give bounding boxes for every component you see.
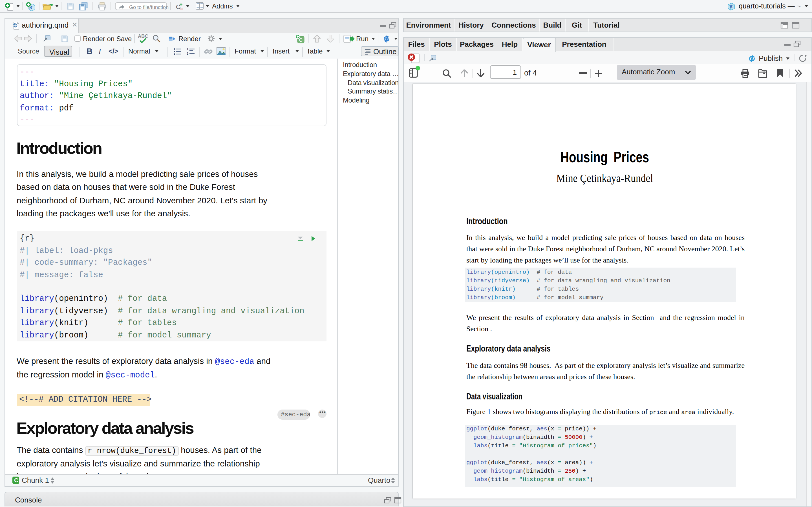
svg-text:2: 2 <box>186 52 188 55</box>
svg-text:R: R <box>730 4 733 8</box>
svg-text:C: C <box>299 37 302 43</box>
svg-text:1: 1 <box>186 47 188 50</box>
